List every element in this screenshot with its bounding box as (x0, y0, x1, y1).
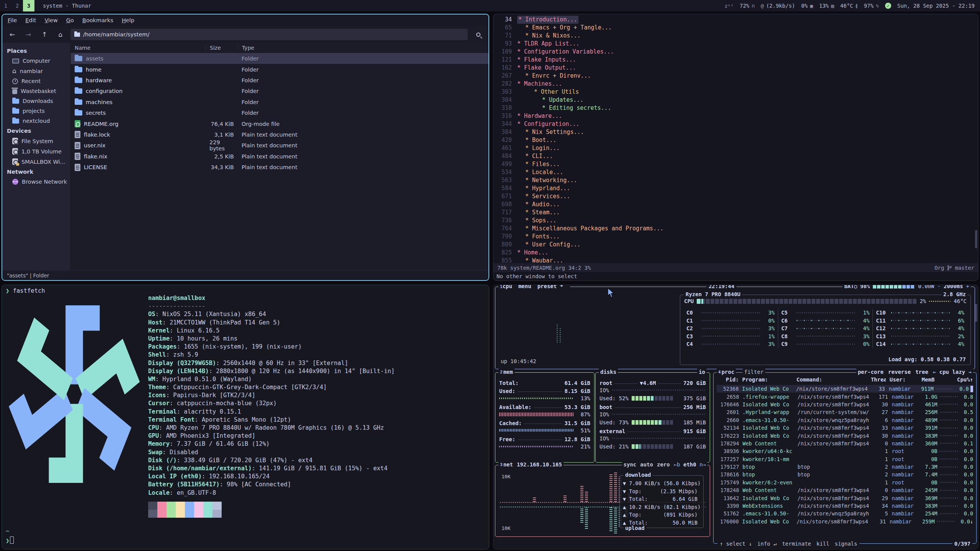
menu-item-view[interactable]: View (44, 17, 57, 23)
process-row-13642[interactable]: 13642Isolated Web Co/nix/store/sm8fmrf3w… (717, 494, 973, 502)
sidebar-item-file-system[interactable]: File System (2, 136, 70, 146)
process-row-176000[interactable]: 176000Isolated Web Co/nix/store/sm8fmrf3… (717, 518, 973, 525)
process-row-52368[interactable]: 52368Isolated Web Co/nix/store/sm8fmrf3w… (717, 385, 973, 393)
file-row-assets[interactable]: assetsFolder (71, 53, 488, 64)
sidebar-item-recent[interactable]: Recent (2, 76, 70, 86)
scrollbar-thumb[interactable] (975, 230, 977, 248)
org-heading-line[interactable]: 282* Machines... (493, 80, 978, 88)
org-heading-line[interactable]: 534* Locale... (493, 168, 978, 176)
org-heading-line[interactable]: 34* Introduction... (493, 16, 978, 24)
filter-button[interactable]: filter (743, 369, 765, 375)
interval-minus-button[interactable]: - (938, 285, 941, 289)
status-module-status-ok[interactable]: ✓ (885, 3, 891, 9)
org-heading-line[interactable]: 461* Login... (493, 144, 978, 152)
org-heading-line[interactable]: 93* TLDR App List... (493, 40, 978, 48)
proc-footer-select[interactable]: ↑ select ↓ (720, 541, 752, 547)
process-row-176223[interactable]: 176223Isolated Web Co/nix/store/sm8fmrf3… (717, 432, 973, 439)
file-row-flake-lock[interactable]: flake.lock3,1 KiBPlain text document (71, 129, 488, 140)
sidebar-item-browse-network[interactable]: Browse Network (2, 177, 70, 187)
search-button[interactable] (472, 29, 485, 40)
proc-control-reverse[interactable]: reverse (888, 369, 911, 375)
sidebar-item-projects[interactable]: projects (2, 106, 70, 116)
btop-tab-menu[interactable]: menu (518, 285, 531, 289)
process-row-52134[interactable]: 52134Isolated Web Co/nix/store/sm8fmrf3w… (717, 424, 973, 432)
workspace-button-1[interactable]: 1 (0, 0, 11, 11)
sort-prev-button[interactable]: ← (933, 369, 939, 375)
org-heading-line[interactable]: 384* Nix Settings... (493, 128, 978, 136)
column-header-name[interactable]: Name (71, 45, 206, 51)
process-row-178294[interactable]: 178294Web Content/nix/store/sm8fmrf3wps4… (717, 440, 973, 447)
process-row-2658[interactable]: 2658.firefox-wrappe/nix/store/sm8fmrf3wp… (717, 393, 973, 400)
mem-box-title[interactable]: 2mem (498, 369, 514, 375)
column-header-size[interactable]: Size (206, 45, 238, 51)
net-button-sync[interactable]: sync (624, 461, 637, 468)
proc-sort-selector[interactable]: ← cpu lazy → (933, 369, 972, 375)
file-row-secrets[interactable]: secretsFolder (71, 108, 488, 118)
iface-next-button[interactable]: n→ (696, 461, 706, 468)
sidebar-item-nambiar[interactable]: ⌂nambiar (2, 66, 70, 76)
sidebar-item-smallbox-wi-[interactable]: SMALLBOX Wi... (2, 156, 70, 167)
file-row-machines[interactable]: machinesFolder (71, 97, 488, 108)
btop-tab-cpu[interactable]: 1cpu (500, 285, 512, 289)
process-row-2660[interactable]: 2660.emacs-31.0.50-/nix/store/wnqz5pa8ra… (717, 416, 973, 424)
menu-item-file[interactable]: File (8, 17, 17, 23)
process-row-178616[interactable]: 178616btopbtop2nambiar7.4M0.0 (717, 471, 973, 478)
proc-header-command[interactable]: Command: (797, 377, 871, 383)
sidebar-item-nextcloud[interactable]: nextcloud (2, 116, 70, 126)
proc-header-user[interactable]: User: (890, 377, 917, 383)
org-heading-line[interactable]: 109* Configuration Variables... (493, 48, 978, 56)
workspace-button-3[interactable]: 3 (23, 0, 34, 11)
org-heading-line[interactable]: 825* Home... (493, 249, 978, 257)
sidebar-item-computer[interactable]: Computer (2, 56, 70, 66)
file-row-hardware[interactable]: hardwareFolder (71, 75, 488, 86)
menu-item-edit[interactable]: Edit (25, 17, 36, 23)
process-row-179127[interactable]: 179127btopbtop2nambiar7.3M0.0 (717, 463, 973, 471)
iface-prev-button[interactable]: ←b (674, 461, 683, 468)
sidebar-item-wastebasket[interactable]: Wastebasket (2, 86, 70, 96)
process-row-3390[interactable]: 3390WebExtensions/nix/store/sm8fmrf3wps4… (717, 502, 973, 510)
proc-header-program[interactable]: Program: (742, 377, 797, 383)
sort-next-button[interactable]: → (965, 369, 972, 375)
org-heading-line[interactable]: 809* User Config... (493, 241, 978, 249)
menu-item-help[interactable]: Help (122, 17, 134, 23)
io-tab[interactable]: io (697, 369, 707, 375)
proc-control-tree[interactable]: tree (915, 369, 928, 375)
status-module-temperature[interactable]: 46°C≬ (840, 3, 858, 9)
file-row-flake-nix[interactable]: flake.nix2,5 KiBPlain text document (71, 151, 488, 162)
up-button[interactable]: ↑ (38, 29, 51, 40)
org-heading-line[interactable]: 499* Files... (493, 160, 978, 168)
org-heading-line[interactable]: 304* Updates... (493, 96, 978, 104)
net-button-zero[interactable]: zero (657, 461, 670, 468)
forward-button[interactable]: → (22, 29, 34, 40)
org-heading-line[interactable]: 671* Services... (493, 192, 978, 201)
proc-box-title[interactable]: 4proc (717, 369, 736, 375)
back-button[interactable]: ← (6, 29, 18, 40)
column-header-type[interactable]: Type (238, 45, 488, 51)
org-heading-line[interactable]: 484* CLI... (493, 152, 978, 160)
status-module-cpu[interactable]: 0%▣ (801, 3, 813, 9)
status-module-battery[interactable]: 97%ϟ (864, 3, 879, 9)
org-heading-line[interactable]: 717* Steam... (493, 209, 978, 217)
menu-item-go[interactable]: Go (66, 17, 74, 23)
org-heading-line[interactable]: 736* Sops... (493, 217, 978, 225)
org-heading-line[interactable]: 764* Miscellaneous Packages and Programs… (493, 225, 978, 233)
org-heading-line[interactable]: 71* Nix & Nixos... (493, 32, 978, 40)
org-heading-line[interactable]: 428* Boot... (493, 136, 978, 144)
proc-footer-info[interactable]: info ↵ (757, 541, 777, 547)
net-interface-switcher[interactable]: ←b eth0 n→ (674, 461, 706, 468)
org-heading-line[interactable]: 698* Audio... (493, 201, 978, 209)
org-heading-line[interactable]: 162* Flake Output... (493, 64, 978, 72)
interval-plus-button[interactable]: + (966, 285, 969, 289)
file-row-configuration[interactable]: configurationFolder (71, 86, 488, 96)
sidebar-item-downloads[interactable]: Downloads (2, 96, 70, 106)
org-heading-line[interactable]: 855* Waubar... (493, 257, 978, 263)
process-row-51762[interactable]: 51762.emacs-31.0.50-/nix/store/wnqz5pa8r… (717, 510, 973, 517)
status-module-memory[interactable]: 13%▤ (819, 3, 834, 9)
btop-tab-preset[interactable]: preset * (537, 285, 563, 289)
home-button[interactable]: ⌂ (54, 29, 67, 40)
org-heading-line[interactable]: 65* Emacs + Org + Tangle... (493, 24, 978, 32)
process-row-176646[interactable]: 176646Isolated Web Co/nix/store/sm8fmrf3… (717, 401, 973, 408)
file-row-readme-org[interactable]: README.org76,4 KiBOrg-mode file (71, 118, 488, 129)
proc-control-per-core[interactable]: per-core (858, 369, 884, 375)
disks-box-title[interactable]: disks (599, 369, 618, 375)
